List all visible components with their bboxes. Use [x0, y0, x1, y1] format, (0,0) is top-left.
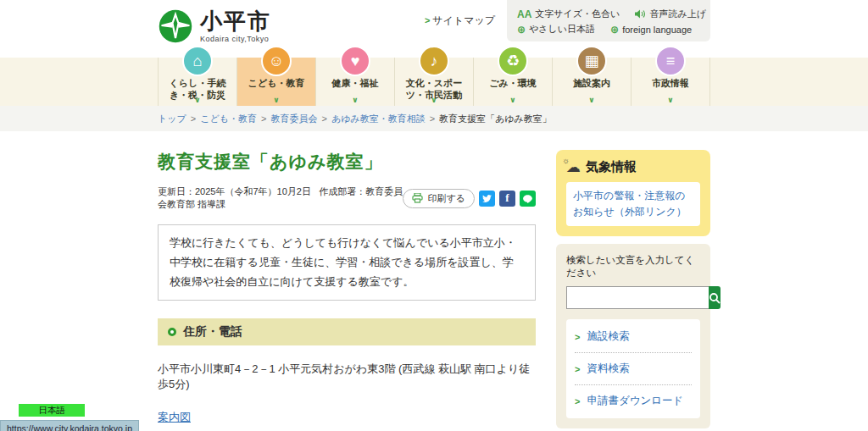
weather-title: 気象情報: [586, 159, 637, 175]
address-text: 小平市小川東町4－2－1 小平元気村おがわ東3階 (西武線 萩山駅 南口より徒歩…: [158, 362, 536, 392]
facilities-icon: ▦: [576, 46, 607, 76]
site-search-box: 検索したい文言を入力してください > 施設検索: [556, 244, 710, 428]
chevron-right-icon: >: [425, 15, 430, 25]
weather-alert-link[interactable]: 小平市の警報・注意報のお知らせ（外部リンク）: [573, 188, 693, 220]
chevron-down-icon: ∨: [159, 96, 236, 104]
living-icon: ⌂: [182, 46, 213, 76]
breadcrumb-link[interactable]: あゆみ教室・教育相談: [331, 113, 426, 125]
breadcrumb-current: 教育支援室「あゆみ教室」: [439, 113, 552, 125]
nav-tab-culture-sports[interactable]: ♪ 文化・スポーツ・市民活動 ∨: [395, 58, 474, 106]
updated-date: 更新日：2025年（令和7年）10月2日: [158, 186, 311, 196]
site-logo[interactable]: 小平市 Kodaira city,Tokyo: [158, 8, 271, 58]
chevron-down-icon: ∨: [632, 96, 709, 104]
culture-icon: ♪: [419, 46, 449, 76]
language-badge[interactable]: 日本語: [19, 404, 85, 417]
foreign-language-link[interactable]: ⊕ foreign language: [610, 23, 692, 36]
weather-icon: ☼☁: [566, 160, 581, 174]
city-name: 小平市: [200, 8, 271, 35]
breadcrumb-link[interactable]: 教育委員会: [270, 113, 317, 125]
search-input[interactable]: [566, 286, 709, 309]
main-navigation: ⌂ くらし・手続き・税・防災 ∨ ☺ こども・教育 ∨ ♥ 健康・福祉 ∨ ♪ …: [0, 58, 868, 106]
sidebar-link-form-download[interactable]: > 申請書ダウンロード: [575, 385, 692, 417]
city-info-icon: ≡: [655, 46, 686, 76]
chevron-right-icon: >: [575, 364, 580, 374]
chevron-down-icon: ∨: [316, 96, 394, 104]
page-meta: 更新日：2025年（令和7年）10月2日 作成部署：教育委員会教育部 指導課: [158, 185, 403, 211]
nav-tab-health-welfare[interactable]: ♥ 健康・福祉 ∨: [316, 58, 395, 106]
easy-japanese-link[interactable]: ⊕ やさしい日本語: [517, 23, 595, 36]
status-url-tooltip: https://www.city.kodaira.tokyo.jp: [0, 420, 139, 431]
chevron-down-icon: ∨: [395, 96, 473, 104]
health-icon: ♥: [340, 46, 370, 76]
printer-icon: [412, 193, 423, 203]
nav-tab-living[interactable]: ⌂ くらし・手続き・税・防災 ∨: [158, 58, 237, 106]
chevron-down-icon: ∨: [237, 96, 315, 104]
sidebar-link-facility-search[interactable]: > 施設検索: [575, 321, 692, 353]
search-label: 検索したい文言を入力してください: [566, 254, 700, 279]
sidebar-link-document-search[interactable]: > 資料検索: [575, 353, 692, 385]
globe-icon: ⊕: [610, 24, 619, 36]
children-icon: ☺: [261, 46, 292, 76]
kodaira-emblem-icon: [158, 8, 193, 44]
map-link[interactable]: 案内図: [158, 410, 191, 425]
nav-tab-city-info[interactable]: ≡ 市政情報 ∨: [632, 58, 710, 106]
print-button[interactable]: 印刷する: [403, 189, 475, 208]
twitter-icon[interactable]: [479, 191, 495, 207]
utility-links: AA 文字サイズ・色合い 音声読み上げ ⊕ やさしい日本語: [507, 0, 710, 41]
text-to-speech-link[interactable]: 音声読み上げ: [635, 8, 706, 20]
section-header-address-phone: 住所・電話: [158, 318, 536, 345]
globe-icon: ⊕: [517, 24, 526, 36]
chevron-right-icon: >: [575, 332, 580, 342]
chevron-right-icon: >: [575, 396, 580, 406]
article-summary: 学校に行きたくても、どうしても行けなくて悩んでいる小平市立小・中学校に在籍する児…: [158, 224, 536, 301]
nav-tab-facilities[interactable]: ▦ 施設案内 ∨: [553, 58, 632, 106]
text-size-icon: AA: [517, 8, 531, 20]
search-button[interactable]: [709, 286, 721, 309]
nav-tab-garbage-environment[interactable]: ♻ ごみ・環境 ∨: [474, 58, 553, 106]
page-title: 教育支援室「あゆみ教室」: [158, 150, 536, 174]
sidebar: ☼☁ 気象情報 小平市の警報・注意報のお知らせ（外部リンク） 検索したい文言を入…: [556, 150, 710, 431]
nav-tab-children-education[interactable]: ☺ こども・教育 ∨: [237, 58, 316, 106]
garbage-icon: ♻: [498, 46, 528, 76]
search-icon: [709, 292, 721, 304]
weather-info-box: ☼☁ 気象情報 小平市の警報・注意報のお知らせ（外部リンク）: [556, 150, 710, 236]
breadcrumb: トップ > こども・教育 > 教育委員会 > あゆみ教室・教育相談 > 教育支援…: [0, 106, 868, 131]
facebook-icon[interactable]: f: [499, 191, 515, 207]
line-icon[interactable]: [520, 191, 536, 207]
speaker-icon: [635, 9, 646, 19]
chevron-down-icon: ∨: [474, 96, 552, 104]
chevron-down-icon: ∨: [553, 96, 631, 104]
ring-bullet-icon: [168, 328, 176, 336]
font-size-color-link[interactable]: AA 文字サイズ・色合い: [517, 8, 620, 20]
breadcrumb-link-top[interactable]: トップ: [158, 113, 186, 125]
breadcrumb-link[interactable]: こども・教育: [200, 113, 257, 125]
city-name-en: Kodaira city,Tokyo: [200, 35, 271, 43]
sitemap-link[interactable]: >サイトマップ: [425, 14, 495, 28]
